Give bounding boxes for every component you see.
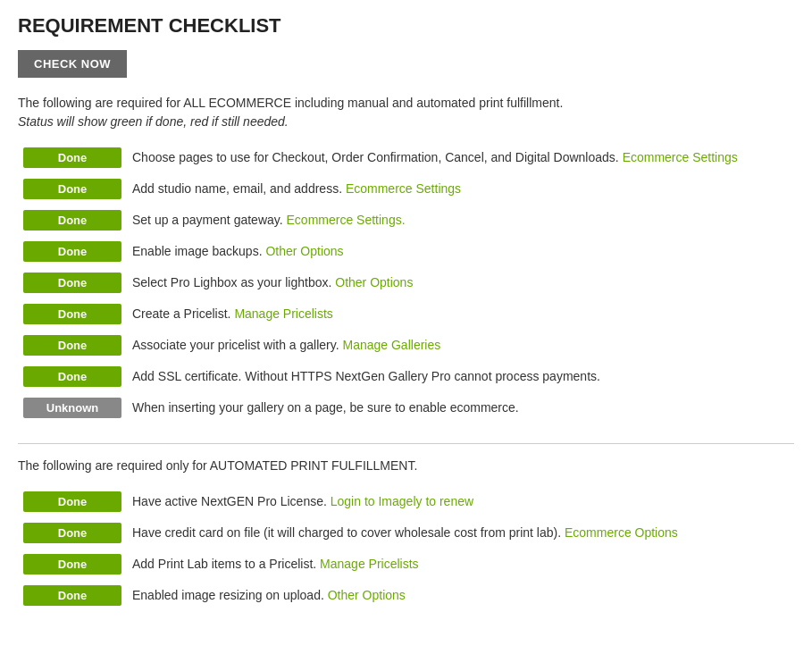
status-badge: Done bbox=[23, 273, 121, 293]
section1-desc: The following are required for ALL ECOMM… bbox=[18, 94, 794, 131]
item-link[interactable]: Other Options bbox=[265, 244, 343, 258]
status-cell: Done bbox=[18, 363, 127, 390]
item-link[interactable]: Ecommerce Settings. bbox=[287, 213, 406, 227]
status-badge: Done bbox=[23, 304, 121, 324]
item-description: When inserting your gallery on a page, b… bbox=[127, 394, 794, 422]
status-cell: Unknown bbox=[18, 394, 127, 422]
page-title: REQUIREMENT CHECKLIST bbox=[18, 14, 794, 38]
item-description: Add studio name, email, and address. Eco… bbox=[127, 175, 794, 203]
status-badge: Done bbox=[23, 554, 121, 575]
item-link[interactable]: Manage Galleries bbox=[343, 338, 441, 352]
item-description: Enabled image resizing on upload. Other … bbox=[127, 582, 794, 609]
status-cell: Done bbox=[18, 144, 127, 172]
list-item: DoneHave active NextGEN Pro License. Log… bbox=[18, 488, 794, 516]
item-description: Associate your pricelist with a gallery.… bbox=[127, 331, 794, 359]
list-item: DoneHave credit card on file (it will ch… bbox=[18, 519, 794, 547]
status-cell: Done bbox=[18, 238, 127, 265]
status-cell: Done bbox=[18, 269, 127, 297]
status-badge: Done bbox=[23, 179, 121, 199]
list-item: DoneEnabled image resizing on upload. Ot… bbox=[18, 582, 794, 609]
list-item: DoneAdd studio name, email, and address.… bbox=[18, 175, 794, 203]
list-item: DoneSet up a payment gateway. Ecommerce … bbox=[18, 206, 794, 234]
item-link[interactable]: Ecommerce Settings bbox=[346, 181, 461, 196]
list-item: DoneAdd Print Lab items to a Pricelist. … bbox=[18, 550, 794, 578]
item-link[interactable]: Ecommerce Options bbox=[565, 525, 678, 540]
status-badge: Done bbox=[23, 147, 121, 168]
item-description: Add SSL certificate. Without HTTPS NextG… bbox=[127, 363, 794, 390]
status-cell: Done bbox=[18, 300, 127, 328]
status-badge: Done bbox=[23, 523, 121, 543]
list-item: DoneSelect Pro Lighbox as your lightbox.… bbox=[18, 269, 794, 297]
item-description: Choose pages to use for Checkout, Order … bbox=[127, 144, 794, 172]
list-item: DoneAdd SSL certificate. Without HTTPS N… bbox=[18, 363, 794, 390]
item-description: Enable image backups. Other Options bbox=[127, 238, 794, 265]
section2-checklist: DoneHave active NextGEN Pro License. Log… bbox=[18, 484, 794, 613]
status-cell: Done bbox=[18, 175, 127, 203]
item-description: Have active NextGEN Pro License. Login t… bbox=[127, 488, 794, 516]
list-item: UnknownWhen inserting your gallery on a … bbox=[18, 394, 794, 422]
item-link[interactable]: Manage Pricelists bbox=[320, 557, 419, 571]
status-badge: Done bbox=[23, 210, 121, 231]
section1-checklist: DoneChoose pages to use for Checkout, Or… bbox=[18, 140, 794, 425]
status-cell: Done bbox=[18, 519, 127, 547]
list-item: DoneAssociate your pricelist with a gall… bbox=[18, 331, 794, 359]
list-item: DoneCreate a Pricelist. Manage Pricelist… bbox=[18, 300, 794, 328]
item-link[interactable]: Ecommerce Settings bbox=[623, 150, 738, 164]
status-cell: Done bbox=[18, 550, 127, 578]
item-description: Select Pro Lighbox as your lightbox. Oth… bbox=[127, 269, 794, 297]
status-cell: Done bbox=[18, 488, 127, 516]
check-now-button[interactable]: CHECK NOW bbox=[18, 50, 127, 78]
section1-desc-sub: Status will show green if done, red if s… bbox=[18, 113, 794, 131]
section2-desc: The following are required only for AUTO… bbox=[18, 457, 794, 475]
status-badge: Done bbox=[23, 366, 121, 387]
status-cell: Done bbox=[18, 582, 127, 609]
status-badge: Done bbox=[23, 335, 121, 356]
section1-desc-main: The following are required for ALL ECOMM… bbox=[18, 96, 563, 110]
item-description: Create a Pricelist. Manage Pricelists bbox=[127, 300, 794, 328]
item-link[interactable]: Other Options bbox=[328, 588, 406, 602]
list-item: DoneChoose pages to use for Checkout, Or… bbox=[18, 144, 794, 172]
section-divider bbox=[18, 443, 794, 444]
status-badge: Done bbox=[23, 241, 121, 262]
item-description: Add Print Lab items to a Pricelist. Mana… bbox=[127, 550, 794, 578]
status-badge: Unknown bbox=[23, 398, 121, 418]
status-cell: Done bbox=[18, 331, 127, 359]
status-badge: Done bbox=[23, 491, 121, 512]
item-link[interactable]: Login to Imagely to renew bbox=[331, 494, 473, 508]
item-link[interactable]: Manage Pricelists bbox=[234, 306, 333, 321]
status-badge: Done bbox=[23, 585, 121, 606]
list-item: DoneEnable image backups. Other Options bbox=[18, 238, 794, 265]
item-description: Set up a payment gateway. Ecommerce Sett… bbox=[127, 206, 794, 234]
item-description: Have credit card on file (it will charge… bbox=[127, 519, 794, 547]
status-cell: Done bbox=[18, 206, 127, 234]
item-link[interactable]: Other Options bbox=[335, 275, 413, 289]
